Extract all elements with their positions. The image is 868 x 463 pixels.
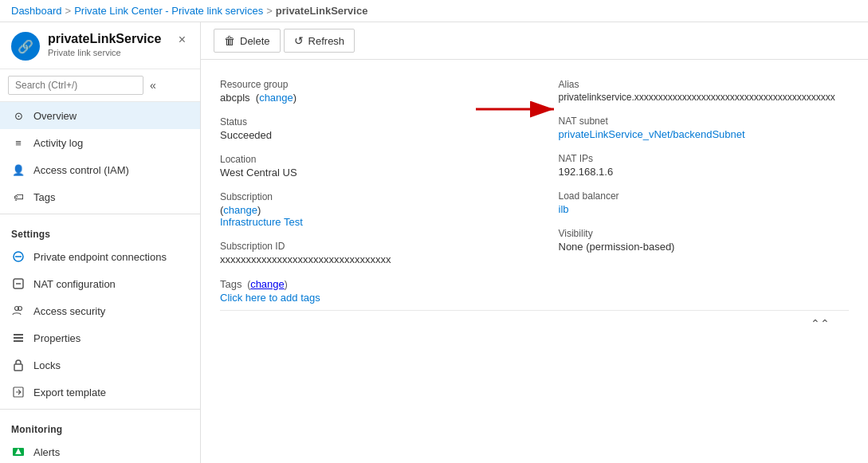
sidebar-item-alerts-label: Alerts <box>33 446 60 458</box>
main-layout: 🔗 privateLinkService Private link servic… <box>0 22 868 463</box>
sidebar-item-nat-config[interactable]: NAT configuration <box>0 270 200 297</box>
breadcrumb-dashboard[interactable]: Dashboard <box>11 5 62 17</box>
activity-log-icon: ≡ <box>11 135 26 150</box>
breadcrumb-current: privateLinkService <box>276 5 368 17</box>
content-area: 🗑 Delete ↺ Refresh <box>201 22 868 463</box>
nav-divider-2 <box>0 409 200 410</box>
nat-subnet-link[interactable]: privateLinkService_vNet/backendSubnet <box>559 128 745 140</box>
sidebar-item-tags-label: Tags <box>33 191 55 203</box>
visibility-value: None (permission-based) <box>559 241 850 253</box>
load-balancer-value: ilb <box>559 203 850 215</box>
toolbar: 🗑 Delete ↺ Refresh <box>201 22 868 60</box>
alerts-icon: ▲ <box>11 445 26 459</box>
nat-subnet-value: privateLinkService_vNet/backendSubnet <box>559 128 850 140</box>
breadcrumb-private-link-center[interactable]: Private Link Center - Private link servi… <box>74 5 263 17</box>
svg-rect-6 <box>14 334 23 335</box>
location-value: West Central US <box>220 167 511 179</box>
tags-item: Tags (change) Click here to add tags <box>220 272 511 310</box>
sidebar-item-nat-config-label: NAT configuration <box>33 278 116 290</box>
location-label: Location <box>220 154 511 165</box>
alias-label: Alias <box>559 79 850 90</box>
subscription-link[interactable]: Infrastructure Test <box>220 216 303 228</box>
arrow-svg <box>468 95 564 124</box>
svg-rect-9 <box>14 364 22 371</box>
sidebar-item-locks[interactable]: Locks <box>0 351 200 379</box>
sidebar: 🔗 privateLinkService Private link servic… <box>0 22 201 463</box>
nat-config-icon <box>11 277 26 291</box>
sidebar-item-tags[interactable]: 🏷 Tags <box>0 183 200 210</box>
sidebar-item-access-control-label: Access control (IAM) <box>33 164 129 176</box>
refresh-button[interactable]: ↺ Refresh <box>284 29 355 53</box>
refresh-label: Refresh <box>308 35 345 47</box>
resource-group-label: Resource group <box>220 79 511 90</box>
sidebar-nav: ⊙ Overview ≡ Activity log 👤 Access contr… <box>0 102 200 463</box>
subscription-item: Subscription (change) Infrastructure Tes… <box>220 185 511 234</box>
access-control-icon: 👤 <box>11 163 26 177</box>
sidebar-item-alerts[interactable]: ▲ Alerts <box>0 438 200 463</box>
nat-ips-item: NAT IPs 192.168.1.6 <box>559 147 850 184</box>
location-item: Location West Central US <box>220 147 511 185</box>
access-security-icon <box>11 304 26 318</box>
search-input[interactable] <box>8 76 143 95</box>
overview-icon: ⊙ <box>11 108 26 123</box>
refresh-icon: ↺ <box>294 34 304 47</box>
tags-label: Tags (change) <box>220 278 511 290</box>
svg-text:▲: ▲ <box>14 445 24 457</box>
sidebar-item-locks-label: Locks <box>33 359 61 371</box>
subscription-change-link[interactable]: change <box>223 204 257 216</box>
breadcrumb-sep-1: > <box>65 5 72 17</box>
sidebar-item-access-security[interactable]: Access security <box>0 297 200 324</box>
private-endpoints-icon <box>11 249 26 264</box>
nat-subnet-label: NAT subnet <box>559 116 850 127</box>
sidebar-item-activity-log[interactable]: ≡ Activity log <box>0 129 200 156</box>
settings-section-label: Settings <box>0 218 200 243</box>
nat-ips-value: 192.168.1.6 <box>559 166 850 178</box>
sidebar-item-private-endpoints[interactable]: Private endpoint connections <box>0 243 200 270</box>
close-button[interactable]: × <box>175 32 189 48</box>
delete-button[interactable]: 🗑 Delete <box>214 29 281 53</box>
visibility-item: Visibility None (permission-based) <box>559 222 850 259</box>
sidebar-search-area: « <box>0 69 200 102</box>
subscription-label: Subscription <box>220 191 511 202</box>
service-info: privateLinkService Private link service <box>48 32 161 57</box>
sidebar-wrapper: 🔗 privateLinkService Private link servic… <box>0 22 201 463</box>
sidebar-item-activity-log-label: Activity log <box>33 137 83 149</box>
collapse-button[interactable]: ⌃⌃ <box>804 314 836 333</box>
right-column: Alias privatelinkservice.xxxxxxxxxxxxxxx… <box>559 73 850 310</box>
properties-icon <box>11 331 26 345</box>
alias-value: privatelinkservice.xxxxxxxxxxxxxxxxxxxxx… <box>559 92 846 103</box>
tags-icon: 🏷 <box>11 190 26 204</box>
load-balancer-link[interactable]: ilb <box>559 203 569 215</box>
locks-icon <box>11 358 26 372</box>
sidebar-item-overview[interactable]: ⊙ Overview <box>0 102 200 129</box>
sidebar-item-access-control[interactable]: 👤 Access control (IAM) <box>0 156 200 183</box>
delete-label: Delete <box>240 35 270 47</box>
sidebar-collapse-icon[interactable]: « <box>150 79 156 92</box>
subscription-id-label: Subscription ID <box>220 241 511 252</box>
add-tags-link[interactable]: Click here to add tags <box>220 292 320 304</box>
delete-icon: 🗑 <box>224 34 235 47</box>
subscription-value: (change) Infrastructure Test <box>220 204 511 228</box>
tags-change-link[interactable]: change <box>250 278 285 290</box>
load-balancer-item: Load balancer ilb <box>559 184 850 222</box>
nat-subnet-item: NAT subnet privateLinkService_vNet/backe… <box>559 109 850 147</box>
sidebar-item-access-security-label: Access security <box>33 305 105 317</box>
service-icon: 🔗 <box>11 32 40 61</box>
nav-divider-1 <box>0 214 200 214</box>
alias-item: Alias privatelinkservice.xxxxxxxxxxxxxxx… <box>559 73 850 109</box>
monitoring-section-label: Monitoring <box>0 413 200 438</box>
sidebar-item-export-label: Export template <box>33 386 106 398</box>
service-title: privateLinkService <box>48 32 161 46</box>
service-header: 🔗 privateLinkService Private link servic… <box>0 22 200 69</box>
collapse-row: ⌃⌃ <box>220 310 849 336</box>
visibility-label: Visibility <box>559 228 850 239</box>
sidebar-item-properties-label: Properties <box>33 332 81 344</box>
svg-rect-8 <box>14 340 23 342</box>
resource-group-change-link[interactable]: change <box>259 92 293 104</box>
breadcrumb-sep-2: > <box>266 5 273 17</box>
details-section: Resource group abcpls (change) Status Su… <box>201 60 868 463</box>
subscription-id-value: xxxxxxxxxxxxxxxxxxxxxxxxxxxxxxxxx <box>220 253 511 265</box>
status-value: Succeeded <box>220 129 511 141</box>
sidebar-item-export[interactable]: Export template <box>0 379 200 406</box>
sidebar-item-properties[interactable]: Properties <box>0 324 200 351</box>
